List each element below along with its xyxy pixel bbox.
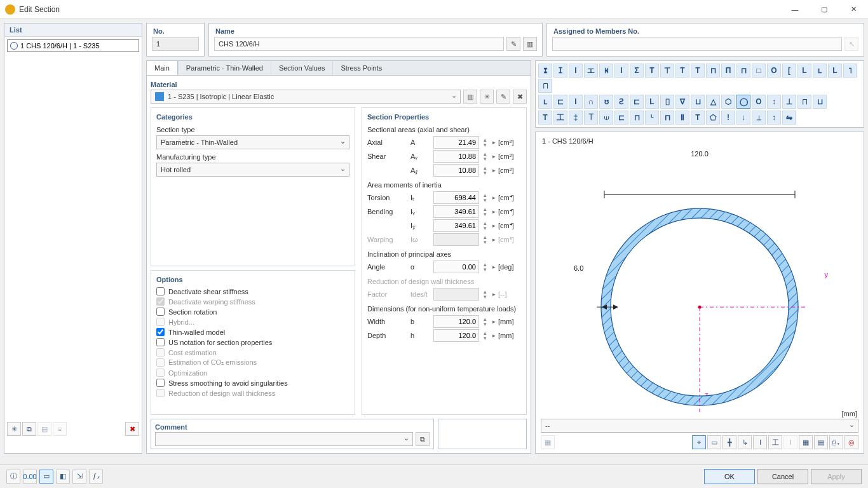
list-item[interactable]: 1 CHS 120/6/H | 1 - S235	[7, 39, 139, 52]
comment-input[interactable]	[155, 432, 413, 446]
shape-button[interactable]: ʟ	[538, 95, 552, 109]
option-checkbox[interactable]: Deactivate shear stiffness	[156, 287, 349, 295]
shape-button[interactable]: △	[706, 95, 720, 109]
property-input[interactable]	[433, 205, 479, 218]
tab-parametric[interactable]: Parametric - Thin-Walled	[178, 61, 271, 75]
shape-button[interactable]: ⊓	[706, 64, 720, 78]
no-input[interactable]	[152, 37, 199, 51]
shape-button[interactable]: ↕	[767, 95, 781, 109]
material-delete-button[interactable]: ✖	[513, 90, 527, 104]
spinner-icon[interactable]: ▴▾	[480, 316, 489, 327]
bb-decimals-button[interactable]: 0.00	[23, 470, 37, 484]
shape-button[interactable]: ⊓	[630, 111, 644, 125]
maximize-button[interactable]: ▢	[810, 0, 839, 19]
shape-button[interactable]: ⬡	[721, 95, 735, 109]
shape-button[interactable]: ⵊ	[553, 64, 567, 78]
bb-collapse-button[interactable]: ⇲	[72, 470, 86, 484]
arrow-icon[interactable]: ▸	[491, 139, 497, 146]
view-tb-4[interactable]: ↳	[738, 435, 752, 449]
shape-button[interactable]: ↓	[736, 111, 750, 125]
comment-expand-button[interactable]: ⧉	[416, 432, 430, 446]
shape-button[interactable]: エ	[584, 64, 598, 78]
shape-button[interactable]: ‡	[569, 111, 583, 125]
shape-button[interactable]: ⊥	[782, 95, 796, 109]
shape-button[interactable]: Ɪ	[538, 64, 552, 78]
shape-button[interactable]: ᴸ	[645, 111, 659, 125]
shape-button[interactable]: ⟒	[599, 111, 613, 125]
preview-dropdown[interactable]: --	[541, 419, 858, 433]
name-input[interactable]	[214, 37, 504, 51]
shape-button[interactable]: L	[797, 64, 811, 78]
bb-render-button[interactable]: ◧	[56, 470, 70, 484]
shape-button[interactable]: T	[645, 64, 659, 78]
bb-info-button[interactable]: ⓘ	[6, 470, 20, 484]
shape-button[interactable]: ⟙	[584, 111, 598, 125]
shape-button[interactable]: Ⅱ	[675, 111, 689, 125]
option-checkbox[interactable]: Section rotation	[156, 308, 349, 316]
arrow-icon[interactable]: ▸	[491, 153, 497, 159]
minimize-button[interactable]: —	[780, 0, 810, 19]
shape-button[interactable]: I	[569, 64, 583, 78]
shape-button[interactable]: [	[782, 64, 796, 78]
view-tb-target[interactable]: ◎	[844, 435, 858, 449]
tab-stress-points[interactable]: Stress Points	[332, 61, 390, 75]
cancel-button[interactable]: Cancel	[757, 469, 808, 484]
shape-button[interactable]: □	[752, 64, 766, 78]
ok-button[interactable]: OK	[704, 469, 755, 484]
view-tb-5[interactable]: Ⅰ	[753, 435, 767, 449]
shape-button[interactable]: ⊓	[736, 64, 750, 78]
view-tb-2[interactable]: ▭	[707, 435, 721, 449]
edit-name-button[interactable]: ✎	[506, 37, 520, 51]
assigned-input[interactable]	[552, 37, 842, 51]
shape-button[interactable]: ⊔	[691, 95, 705, 109]
arrow-icon[interactable]: ▸	[491, 208, 497, 215]
shape-button[interactable]: ⊤	[660, 64, 674, 78]
material-edit-button[interactable]: ✎	[496, 90, 510, 104]
shape-button[interactable]: L	[828, 64, 842, 78]
shape-button[interactable]: L	[645, 95, 659, 109]
shape-button[interactable]: T	[691, 111, 705, 125]
shape-button[interactable]: ˥	[843, 64, 857, 78]
option-checkbox[interactable]: US notation for section properties	[156, 338, 349, 346]
property-input[interactable]	[433, 191, 479, 204]
material-new-button[interactable]: ✳	[480, 90, 494, 104]
property-input[interactable]	[433, 164, 479, 177]
spinner-icon[interactable]: ▴▾	[480, 165, 489, 175]
property-input[interactable]	[433, 315, 479, 328]
shape-button[interactable]: I	[569, 95, 583, 109]
shape-button[interactable]: ⊏	[614, 111, 628, 125]
spinner-icon[interactable]: ▴▾	[480, 262, 489, 272]
bb-view-button[interactable]: ▭	[39, 470, 53, 484]
shape-button[interactable]: T	[691, 64, 705, 78]
shape-button[interactable]: ʟ	[813, 64, 827, 78]
shape-button[interactable]: Σ	[630, 64, 644, 78]
section-type-dropdown[interactable]: Parametric - Thin-Walled	[156, 135, 349, 149]
view-tb-6[interactable]: 工	[768, 435, 782, 449]
shape-button[interactable]: O	[752, 95, 766, 109]
spinner-icon[interactable]: ▴▾	[480, 207, 489, 217]
arrow-icon[interactable]: ▸	[491, 332, 497, 339]
view-tb-9[interactable]: ▤	[814, 435, 828, 449]
arrow-icon[interactable]: ▸	[491, 264, 497, 270]
shape-button[interactable]: ⟂	[752, 111, 766, 125]
shape-button[interactable]: T	[538, 111, 552, 125]
cross-section-view[interactable]: 1 - CHS 120/6/H 120.0 6.0 y z	[535, 132, 864, 454]
arrow-icon[interactable]: ▸	[491, 167, 497, 173]
bb-script-button[interactable]: ƒₓ	[89, 470, 103, 484]
manufacturing-dropdown[interactable]: Hot rolled	[156, 163, 349, 177]
material-dropdown[interactable]: 1 - S235 | Isotropic | Linear Elastic	[151, 90, 461, 104]
property-input[interactable]	[433, 150, 479, 163]
spinner-icon[interactable]: ▴▾	[480, 330, 489, 341]
property-input[interactable]	[433, 261, 479, 273]
property-input[interactable]	[433, 136, 479, 149]
shape-button[interactable]: I	[614, 64, 628, 78]
library-button[interactable]: ▥	[523, 37, 537, 51]
delete-item-button[interactable]: ✖	[125, 422, 139, 436]
option-checkbox[interactable]: Thin-walled model	[156, 328, 349, 336]
property-input[interactable]	[433, 329, 479, 342]
shape-button[interactable]: ⊏	[553, 95, 567, 109]
shape-button[interactable]: Ƨ	[614, 95, 628, 109]
shape-button[interactable]: ⊏	[630, 95, 644, 109]
spinner-icon[interactable]: ▴▾	[480, 137, 489, 147]
arrow-icon[interactable]: ▸	[491, 194, 497, 201]
